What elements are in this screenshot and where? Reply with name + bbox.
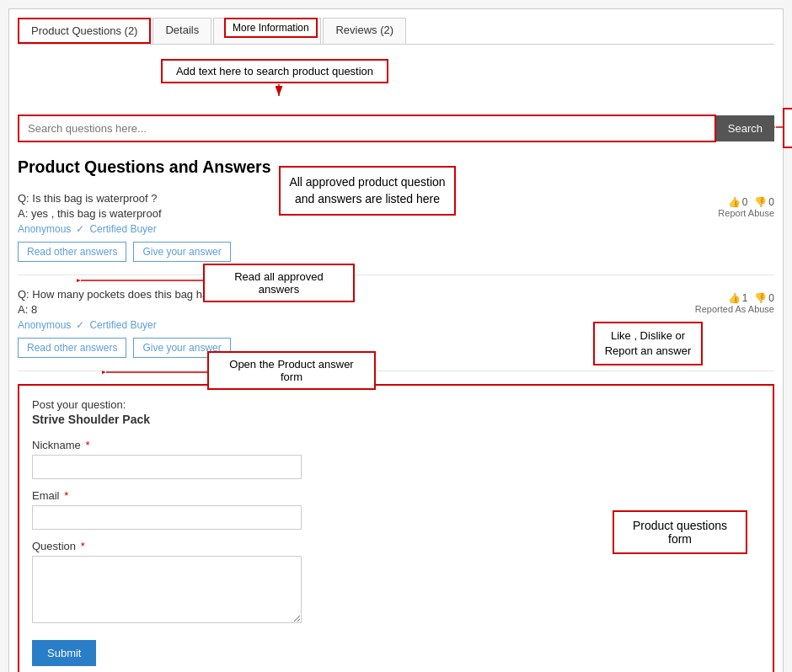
search-input[interactable] xyxy=(18,115,716,142)
email-input[interactable] xyxy=(32,505,302,530)
annotation-product-questions-form: Product questions form xyxy=(613,510,747,554)
qa-answer-2: A: 8 xyxy=(18,303,673,316)
arrow-open-form xyxy=(102,360,211,385)
tabs-container: Product Questions (2) Details More Infor… xyxy=(18,18,774,45)
vote-area-2: 👍 1 👎 0 Reported As Abuse xyxy=(695,292,774,314)
qa-actions-1: Read other answers Give your answer xyxy=(18,242,673,262)
nickname-group: Nickname * xyxy=(32,439,760,479)
nickname-input[interactable] xyxy=(32,455,302,479)
submit-button[interactable]: Submit xyxy=(32,640,96,666)
annotation-approved-qa: All approved product question and answer… xyxy=(279,166,456,216)
vote-row-2: 👍 1 👎 0 xyxy=(695,292,774,304)
annotation-add-text: Add text here to search product question xyxy=(161,59,388,83)
email-label: Email * xyxy=(32,489,760,502)
certified-icon-2: ✓ xyxy=(76,319,84,331)
tab-details[interactable]: Details xyxy=(153,18,211,44)
annotation-read-answers: Read all approved answers xyxy=(203,264,355,302)
nickname-required: * xyxy=(85,439,89,451)
form-intro: Post your question: xyxy=(32,398,760,411)
email-required: * xyxy=(64,489,68,502)
tab-reviews-label: Reviews (2) xyxy=(335,24,393,36)
tab-product-questions-label: Product Questions (2) xyxy=(31,24,137,37)
reported-abuse-2: Reported As Abuse xyxy=(695,304,774,314)
certified-icon-1: ✓ xyxy=(76,223,84,235)
tab-product-questions[interactable]: Product Questions (2) xyxy=(18,18,151,44)
question-required: * xyxy=(81,540,85,552)
qa-author-2: Anonymous xyxy=(18,319,71,331)
search-area: Add text here to search product question… xyxy=(18,57,774,142)
tab-reviews[interactable]: Reviews (2) xyxy=(323,18,406,44)
search-row: Search Click here to Search question xyxy=(18,115,774,142)
dislike-button-2[interactable]: 👎 0 xyxy=(754,292,774,304)
annotation-click-search: Click here to Search question xyxy=(783,108,792,148)
read-answers-button-1[interactable]: Read other answers xyxy=(18,242,126,262)
qa-section: Product Questions and Answers All approv… xyxy=(18,157,774,371)
like-button-2[interactable]: 👍 1 xyxy=(728,292,748,304)
tab-bar: Product Questions (2) Details More Infor… xyxy=(18,18,774,45)
search-button[interactable]: Search xyxy=(716,115,774,141)
nickname-label: Nickname * xyxy=(32,439,760,451)
annotation-open-form: Open the Product answer form xyxy=(207,351,376,390)
qa-author-1: Anonymous xyxy=(18,223,71,235)
tab-details-label: Details xyxy=(165,24,199,36)
form-product-name: Strive Shoulder Pack xyxy=(32,413,760,426)
give-answer-button-1[interactable]: Give your answer xyxy=(133,242,230,262)
certified-label-1: Certified Buyer xyxy=(89,223,156,235)
arrow-svg-search xyxy=(18,57,774,104)
vote-row-1: 👍 0 👎 0 xyxy=(718,196,774,208)
vote-area-1: 👍 0 👎 0 Report Abuse xyxy=(718,196,774,218)
annotation-like-dislike: Like , Dislike or Report an answer xyxy=(593,322,703,365)
qa-meta-2: Anonymous ✓ Certified Buyer xyxy=(18,319,673,331)
dislike-button-1[interactable]: 👎 0 xyxy=(754,196,774,208)
annotation-more-information: More Information xyxy=(224,18,318,38)
question-textarea[interactable] xyxy=(32,556,302,623)
certified-label-2: Certified Buyer xyxy=(89,319,156,331)
like-button-1[interactable]: 👍 0 xyxy=(728,196,748,208)
qa-meta-1: Anonymous ✓ Certified Buyer xyxy=(18,223,673,235)
read-answers-button-2[interactable]: Read other answers xyxy=(18,338,126,358)
post-question-form: Post your question: Strive Shoulder Pack… xyxy=(18,384,774,672)
report-abuse-1[interactable]: Report Abuse xyxy=(718,208,774,218)
page-wrapper: Product Questions (2) Details More Infor… xyxy=(8,8,784,672)
